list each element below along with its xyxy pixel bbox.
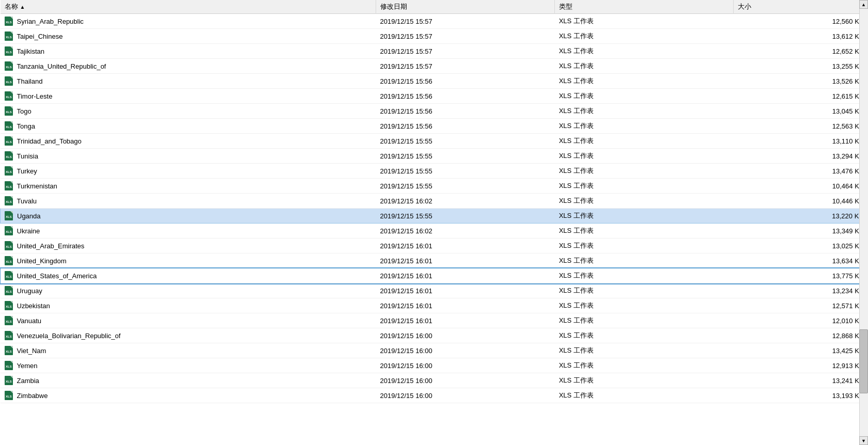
file-name-text: Trinidad_and_Tobago — [17, 137, 82, 145]
file-name-cell: XLS Zambia — [1, 373, 376, 388]
file-name-cell: XLS United_Arab_Emirates — [1, 239, 376, 253]
column-header-date[interactable]: 修改日期 — [376, 0, 554, 14]
table-row[interactable]: XLS Uruguay2019/12/15 16:01XLS 工作表13,234… — [1, 283, 868, 298]
file-type-cell: XLS 工作表 — [555, 253, 734, 268]
table-row[interactable]: XLS Taipei_Chinese2019/12/15 15:57XLS 工作… — [1, 29, 868, 44]
table-row[interactable]: XLS Turkey2019/12/15 15:55XLS 工作表13,476 … — [1, 164, 868, 179]
xls-file-icon: XLS — [5, 256, 14, 265]
file-name-text: Turkmenistan — [17, 182, 57, 190]
svg-text:XLS: XLS — [6, 81, 12, 84]
file-size-cell: 12,560 KB — [734, 14, 868, 29]
xls-file-icon: XLS — [5, 91, 14, 101]
table-row[interactable]: XLS Tajikistan2019/12/15 15:57XLS 工作表12,… — [1, 44, 868, 59]
scrollbar-down-button[interactable]: ▼ — [859, 436, 868, 445]
table-row[interactable]: XLS Tanzania_United_Republic_of2019/12/1… — [1, 59, 868, 74]
table-row[interactable]: XLS Tunisia2019/12/15 15:55XLS 工作表13,294… — [1, 149, 868, 164]
scrollbar-up-button[interactable]: ▲ — [859, 0, 868, 9]
svg-text:XLS: XLS — [6, 125, 12, 129]
table-row[interactable]: XLS Tuvalu2019/12/15 16:02XLS 工作表10,446 … — [1, 194, 868, 209]
file-size-cell: 10,464 KB — [734, 179, 868, 194]
svg-text:XLS: XLS — [6, 350, 12, 353]
file-list-container: 名称 ▲ 修改日期 类型 — [0, 0, 868, 445]
table-row[interactable]: XLS United_States_of_America2019/12/15 1… — [1, 268, 868, 283]
table-row[interactable]: XLS Turkmenistan2019/12/15 15:55XLS 工作表1… — [1, 179, 868, 194]
file-type-cell: XLS 工作表 — [555, 59, 734, 74]
svg-text:XLS: XLS — [6, 335, 12, 338]
table-row[interactable]: XLS Uzbekistan2019/12/15 16:01XLS 工作表12,… — [1, 298, 868, 313]
table-row[interactable]: XLS Venezuela_Bolivarian_Republic_of2019… — [1, 328, 868, 343]
file-name-text: Ukraine — [17, 227, 40, 235]
file-date-cell: 2019/12/15 16:01 — [376, 253, 554, 268]
table-row[interactable]: XLS Timor-Leste2019/12/15 15:56XLS 工作表12… — [1, 89, 868, 104]
column-header-name[interactable]: 名称 ▲ — [1, 0, 376, 14]
file-table-body: XLS Syrian_Arab_Republic2019/12/15 15:57… — [1, 14, 868, 403]
table-row[interactable]: XLS Zambia2019/12/15 16:00XLS 工作表13,241 … — [1, 373, 868, 388]
svg-text:XLS: XLS — [6, 51, 12, 54]
file-date-cell: 2019/12/15 15:55 — [376, 149, 554, 164]
file-name-text: Tajikistan — [17, 47, 44, 55]
table-row[interactable]: XLS United_Arab_Emirates2019/12/15 16:01… — [1, 239, 868, 253]
file-name-cell: XLS Taipei_Chinese — [1, 29, 376, 44]
file-name-text: Tonga — [17, 122, 35, 130]
file-name-cell: XLS Venezuela_Bolivarian_Republic_of — [1, 328, 376, 343]
file-name-cell: XLS Uzbekistan — [1, 298, 376, 313]
file-date-cell: 2019/12/15 16:00 — [376, 388, 554, 403]
file-size-cell: 12,010 KB — [734, 313, 868, 328]
file-name-text: Viet_Nam — [17, 347, 47, 355]
file-date-cell: 2019/12/15 15:55 — [376, 209, 554, 224]
file-size-cell: 10,446 KB — [734, 194, 868, 209]
xls-file-icon: XLS — [5, 241, 14, 250]
file-size-cell: 13,241 KB — [734, 373, 868, 388]
svg-text:XLS: XLS — [6, 275, 12, 278]
file-date-cell: 2019/12/15 16:02 — [376, 224, 554, 239]
table-row[interactable]: XLS United_Kingdom2019/12/15 16:01XLS 工作… — [1, 253, 868, 268]
svg-text:XLS: XLS — [6, 365, 12, 368]
file-name-cell: XLS United_States_of_America — [1, 268, 376, 283]
svg-text:XLS: XLS — [6, 185, 12, 188]
file-date-cell: 2019/12/15 16:00 — [376, 328, 554, 343]
table-row[interactable]: XLS Thailand2019/12/15 15:56XLS 工作表13,52… — [1, 74, 868, 89]
file-type-cell: XLS 工作表 — [555, 89, 734, 104]
file-name-text: Tuvalu — [17, 197, 37, 205]
file-size-cell: 13,110 KB — [734, 134, 868, 149]
file-name-cell: XLS Syrian_Arab_Republic — [1, 14, 376, 29]
table-row[interactable]: XLS Syrian_Arab_Republic2019/12/15 15:57… — [1, 14, 868, 29]
file-size-cell: 13,634 KB — [734, 253, 868, 268]
xls-file-icon: XLS — [5, 226, 14, 235]
file-type-cell: XLS 工作表 — [555, 74, 734, 89]
table-row[interactable]: XLS Trinidad_and_Tobago2019/12/15 15:55X… — [1, 134, 868, 149]
file-size-cell: 13,025 KB — [734, 239, 868, 253]
scrollbar-thumb[interactable] — [859, 329, 868, 393]
file-size-cell: 13,234 KB — [734, 283, 868, 298]
file-name-cell: XLS Viet_Nam — [1, 343, 376, 358]
file-type-cell: XLS 工作表 — [555, 343, 734, 358]
column-header-size[interactable]: 大小 — [734, 0, 868, 14]
file-date-cell: 2019/12/15 15:57 — [376, 29, 554, 44]
file-name-text: Syrian_Arab_Republic — [17, 18, 84, 25]
table-row[interactable]: XLS Viet_Nam2019/12/15 16:00XLS 工作表13,42… — [1, 343, 868, 358]
file-name-text: Uganda — [17, 212, 41, 220]
file-type-cell: XLS 工作表 — [555, 104, 734, 119]
table-row[interactable]: XLS Tonga2019/12/15 15:56XLS 工作表12,563 K… — [1, 119, 868, 134]
table-row[interactable]: XLS Uganda2019/12/15 15:55XLS 工作表13,220 … — [1, 209, 868, 224]
table-row[interactable]: XLS Ukraine2019/12/15 16:02XLS 工作表13,349… — [1, 224, 868, 239]
column-header-type[interactable]: 类型 — [555, 0, 734, 14]
file-size-cell: 13,045 KB — [734, 104, 868, 119]
file-type-cell: XLS 工作表 — [555, 283, 734, 298]
file-name-cell: XLS Turkmenistan — [1, 179, 376, 194]
table-row[interactable]: XLS Yemen2019/12/15 16:00XLS 工作表12,913 K… — [1, 358, 868, 373]
svg-text:XLS: XLS — [6, 155, 12, 158]
file-type-cell: XLS 工作表 — [555, 239, 734, 253]
file-type-cell: XLS 工作表 — [555, 388, 734, 403]
file-name-cell: XLS United_Kingdom — [1, 253, 376, 268]
file-date-cell: 2019/12/15 15:57 — [376, 59, 554, 74]
file-name-cell: XLS Uruguay — [1, 283, 376, 298]
table-row[interactable]: XLS Vanuatu2019/12/15 16:01XLS 工作表12,010… — [1, 313, 868, 328]
file-name-cell: XLS Vanuatu — [1, 313, 376, 328]
file-date-cell: 2019/12/15 15:57 — [376, 14, 554, 29]
file-type-cell: XLS 工作表 — [555, 119, 734, 134]
table-row[interactable]: XLS Zimbabwe2019/12/15 16:00XLS 工作表13,19… — [1, 388, 868, 403]
table-row[interactable]: XLS Togo2019/12/15 15:56XLS 工作表13,045 KB — [1, 104, 868, 119]
file-name-text: Zimbabwe — [17, 392, 48, 400]
svg-text:XLS: XLS — [6, 170, 12, 173]
